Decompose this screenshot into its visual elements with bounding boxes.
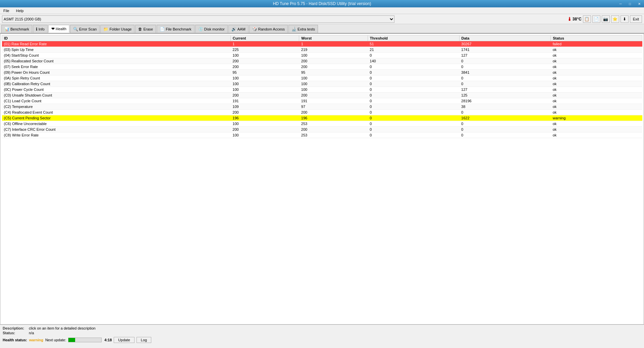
cell-worst: 200	[299, 64, 368, 70]
exit-button[interactable]: Exit	[630, 15, 642, 23]
tab-error-scan-label: Error Scan	[79, 27, 97, 31]
cell-data: 125	[459, 93, 551, 98]
cell-id: (C7) Interface CRC Error Count	[2, 127, 231, 132]
table-row[interactable]: (C7) Interface CRC Error Count20020000ok	[2, 127, 642, 132]
table-row[interactable]: (03) Spin Up Time225219211741ok	[2, 47, 642, 53]
temperature-value: 38°C	[573, 17, 582, 21]
tab-folder-label: Folder Usage	[109, 27, 131, 31]
cell-threshold: 0	[368, 70, 459, 75]
cell-status: ok	[551, 104, 642, 110]
tab-erase[interactable]: 🗑 Erase	[135, 25, 156, 33]
info-icon: ℹ	[36, 27, 38, 32]
cell-status: ok	[551, 47, 642, 53]
cell-status: ok	[551, 98, 642, 104]
cell-threshold: 21	[368, 47, 459, 53]
cell-data: 0	[459, 132, 551, 138]
cell-threshold: 0	[368, 75, 459, 81]
cell-worst: 1	[299, 41, 368, 47]
cell-worst: 100	[299, 87, 368, 93]
tab-extra-tests-label: Extra tests	[298, 27, 315, 31]
cell-worst: 100	[299, 53, 368, 58]
cell-current: 200	[230, 93, 299, 98]
close-button[interactable]: ✕	[635, 0, 644, 7]
cell-status: ok	[551, 53, 642, 58]
cell-threshold: 0	[368, 87, 459, 93]
tab-file-benchmark[interactable]: 📄 File Benchmark	[157, 25, 194, 33]
table-row[interactable]: (04) Start/Stop Count1001000127ok	[2, 53, 642, 58]
cell-data: 38	[459, 104, 551, 110]
table-row[interactable]: (01) Raw Read Error Rate115130267failed	[2, 41, 642, 47]
cell-status: ok	[551, 70, 642, 75]
download-button[interactable]: ⬇	[621, 15, 629, 23]
table-row[interactable]: (05) Reallocated Sector Count2002001400o…	[2, 58, 642, 64]
cell-id: (C4) Reallocated Event Count	[2, 110, 231, 115]
health-icon: ❤	[51, 26, 55, 31]
cell-data: 0	[459, 121, 551, 127]
random-access-icon: 🎲	[252, 27, 257, 32]
copy-button[interactable]: 📄	[592, 15, 600, 23]
table-row[interactable]: (C4) Reallocated Event Count20020000ok	[2, 110, 642, 115]
log-button[interactable]: Log	[137, 337, 151, 343]
menubar: File Help	[0, 7, 644, 14]
menu-file[interactable]: File	[1, 8, 11, 13]
status-label: Status:	[3, 331, 26, 335]
tab-benchmark[interactable]: 📊 Benchmark	[1, 25, 32, 33]
cell-worst: 196	[299, 115, 368, 121]
camera-button[interactable]: 📷	[602, 15, 610, 23]
maximize-button[interactable]: □	[625, 0, 635, 7]
tab-extra-tests[interactable]: 🔬 Extra tests	[288, 25, 318, 33]
cell-status: ok	[551, 110, 642, 115]
tab-random-access[interactable]: 🎲 Random Access	[249, 25, 288, 33]
table-row[interactable]: (0C) Power Cycle Count1001000127ok	[2, 87, 642, 93]
col-threshold: Threshold	[368, 36, 459, 41]
table-row[interactable]: (C2) Temperature10997038ok	[2, 104, 642, 110]
tab-health[interactable]: ❤ Health	[48, 25, 69, 33]
cell-data: 127	[459, 53, 551, 58]
temperature-display: 🌡 38°C	[567, 16, 582, 22]
cell-status: ok	[551, 87, 642, 93]
cell-worst: 97	[299, 104, 368, 110]
next-update-label: Next update:	[45, 338, 66, 342]
cell-data: 127	[459, 87, 551, 93]
menu-help[interactable]: Help	[14, 8, 26, 13]
benchmark-icon: 📊	[4, 27, 9, 32]
cell-current: 100	[230, 132, 299, 138]
folder-icon: 📁	[103, 27, 108, 32]
drive-selector[interactable]: ASMT 2115 (2000 GB)	[2, 15, 394, 23]
table-row[interactable]: (C0) Unsafe Shutdown Count2002000125ok	[2, 93, 642, 98]
statusbar: Description: click on an item for a deta…	[0, 325, 644, 348]
table-row[interactable]: (C8) Write Error Rate10025300ok	[2, 132, 642, 138]
table-row[interactable]: (0B) Calibration Retry Count10010000ok	[2, 81, 642, 87]
table-row[interactable]: (09) Power On Hours Count959503841ok	[2, 70, 642, 75]
tab-benchmark-label: Benchmark	[10, 27, 29, 31]
cell-status: ok	[551, 81, 642, 87]
cell-id: (C0) Unsafe Shutdown Count	[2, 93, 231, 98]
cell-threshold: 51	[368, 41, 459, 47]
cell-data: 0	[459, 58, 551, 64]
tab-aam[interactable]: 🔊 AAM	[228, 25, 249, 33]
error-scan-icon: 🔍	[73, 27, 78, 32]
table-row[interactable]: (07) Seek Error Rate20020000ok	[2, 64, 642, 70]
tab-info[interactable]: ℹ Info	[33, 25, 48, 33]
update-button[interactable]: Update	[114, 337, 134, 343]
table-row[interactable]: (C5) Current Pending Sector19619601622wa…	[2, 115, 642, 121]
table-row[interactable]: (C1) Load Cycle Count191191028196ok	[2, 98, 642, 104]
cell-worst: 100	[299, 81, 368, 87]
cell-id: (C5) Current Pending Sector	[2, 115, 231, 121]
tab-folder-usage[interactable]: 📁 Folder Usage	[100, 25, 135, 33]
cell-threshold: 0	[368, 64, 459, 70]
tab-disk-monitor[interactable]: 💿 Disk monitor	[195, 25, 228, 33]
cell-worst: 253	[299, 121, 368, 127]
cell-id: (C2) Temperature	[2, 104, 231, 110]
star-button[interactable]: ⭐	[611, 15, 619, 23]
tab-error-scan[interactable]: 🔍 Error Scan	[70, 25, 100, 33]
erase-icon: 🗑	[138, 27, 142, 32]
screenshot-button[interactable]: 📋	[583, 15, 591, 23]
description-value: click on an item for a detailed descript…	[29, 326, 96, 330]
minimize-button[interactable]: ─	[616, 0, 625, 7]
cell-id: (0C) Power Cycle Count	[2, 87, 231, 93]
table-row[interactable]: (0A) Spin Retry Count10010000ok	[2, 75, 642, 81]
col-status: Status	[551, 36, 642, 41]
progress-bar-fill	[68, 338, 75, 342]
table-row[interactable]: (C6) Offline Uncorrectable10025300ok	[2, 121, 642, 127]
